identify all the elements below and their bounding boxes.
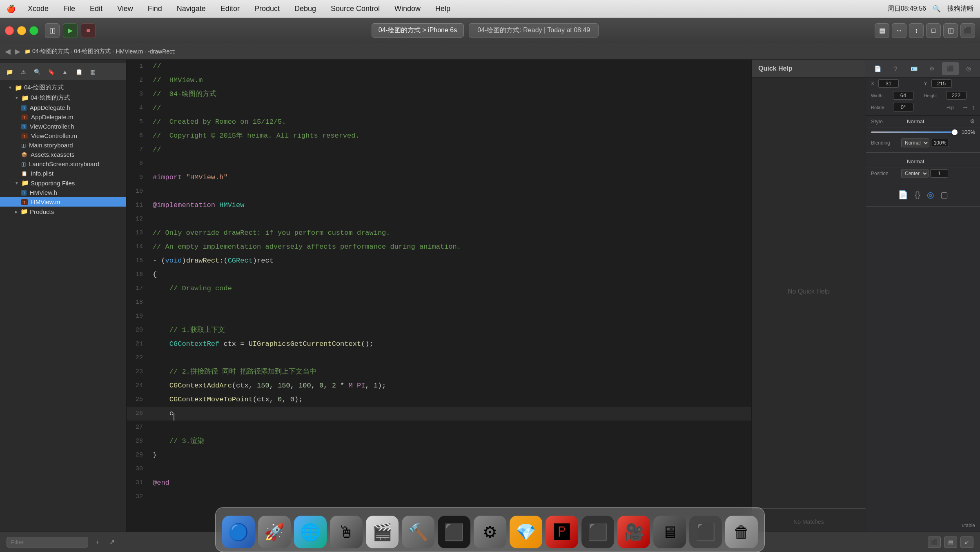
inspector-toggle[interactable]: ◫ (943, 23, 958, 38)
menu-find[interactable]: Find (145, 4, 165, 14)
inspector-connections-btn[interactable]: ◎ (960, 62, 977, 75)
tree-item-viewcontroller-h[interactable]: h ViewController.h (0, 122, 126, 131)
blending-opacity[interactable] (931, 139, 949, 147)
menu-view[interactable]: View (115, 4, 136, 14)
folder-icon[interactable]: 📁 (3, 66, 16, 78)
clipboard-icon[interactable]: 📋 (73, 66, 85, 78)
view-toggle-1[interactable]: ▤ (875, 23, 889, 38)
tree-item-subfolder[interactable]: ▼ 📁 04-绘图的方式 (0, 93, 126, 103)
breadcrumb-item-3[interactable]: -drawRect: (148, 48, 176, 55)
x-input[interactable] (878, 79, 899, 88)
menu-debug[interactable]: Debug (292, 4, 318, 14)
editor-mode-1[interactable]: ⬛ (928, 536, 941, 548)
tree-item-launch-storyboard[interactable]: ◫ LaunchScreen.storyboard (0, 159, 126, 169)
close-button[interactable] (5, 26, 14, 35)
zoom-button[interactable] (29, 26, 38, 35)
menu-help[interactable]: Help (433, 4, 453, 14)
add-file-button[interactable]: + (91, 536, 103, 548)
bookmark-icon[interactable]: 🔖 (45, 66, 57, 78)
dock-terminal[interactable]: ⬛ (438, 516, 470, 548)
view-toggle-2[interactable]: ↔ (892, 23, 906, 38)
code-editor[interactable]: 1 // 2 // HMView.m 3 // 04-绘图的方式 4 // 5 … (127, 60, 751, 532)
editor-mode-2[interactable]: ▤ (944, 536, 957, 548)
dock-safari[interactable]: 🌐 (294, 516, 327, 548)
dock-launchpad[interactable]: 🚀 (258, 516, 291, 548)
tree-item-products[interactable]: ▶ 📁 Products (0, 207, 126, 216)
dock-app8[interactable]: 🎥 (617, 516, 650, 548)
blending-select[interactable]: Normal (901, 138, 929, 147)
inspector-quick-help-btn[interactable]: ? (888, 62, 904, 75)
scheme-selector[interactable]: 04-绘图的方式 > iPhone 6s (372, 23, 464, 38)
dock-app7[interactable]: ⬛ (581, 516, 614, 548)
menu-file[interactable]: File (61, 4, 78, 14)
height-input[interactable] (946, 91, 967, 100)
stop-button[interactable]: ■ (81, 23, 96, 38)
tree-item-main-storyboard[interactable]: ◫ Main.storyboard (0, 140, 126, 150)
flip-h-btn[interactable]: ↔ (962, 104, 969, 111)
dock-sketch[interactable]: 💎 (510, 516, 542, 548)
menu-product[interactable]: Product (252, 4, 282, 14)
inspector-size-btn[interactable]: ⬛ (942, 62, 959, 75)
editor-collapse-btn[interactable]: ↙ (960, 536, 973, 548)
filter-input[interactable] (7, 537, 88, 548)
dock-sysprefs[interactable]: ⚙ (474, 516, 506, 548)
flip-v-btn[interactable]: ↕ (972, 104, 975, 111)
tree-item-supporting[interactable]: ▼ 📁 Supporting Files (0, 178, 126, 188)
code-icon-btn[interactable]: {} (915, 190, 920, 200)
add-icon-btn[interactable]: 📄 (898, 190, 908, 200)
breadcrumb-back[interactable]: ◀ (5, 47, 11, 56)
menu-xcode[interactable]: Xcode (25, 4, 51, 14)
menu-window[interactable]: Window (392, 4, 423, 14)
breadcrumb-item-0[interactable]: 04-绘图的方式 (32, 48, 69, 55)
dock-hammer[interactable]: 🔨 (402, 516, 434, 548)
position-select[interactable]: Center (901, 169, 929, 178)
search-icon[interactable]: 🔍 (31, 66, 43, 78)
utilities-toggle[interactable]: ⬛ (960, 23, 975, 38)
warning-icon[interactable]: ⚠ (17, 66, 29, 78)
run-button[interactable]: ▶ (63, 23, 78, 38)
opacity-thumb[interactable] (952, 129, 958, 135)
tree-item-root[interactable]: ▼ 📁 04-绘图的方式 (0, 82, 126, 93)
dock-mouse[interactable]: 🖱 (330, 516, 363, 548)
width-input[interactable] (893, 91, 913, 100)
breadcrumb-item-1[interactable]: 04-绘图的方式 (74, 48, 111, 55)
tree-item-hmview-m[interactable]: m HMView.m (0, 197, 126, 207)
dock-quicktime[interactable]: 🎬 (366, 516, 399, 548)
dock-app10[interactable]: ⬛ (689, 516, 722, 548)
tree-item-appdelegate-h[interactable]: h AppDelegate.h (0, 103, 126, 112)
apple-menu[interactable]: 🍎 (7, 4, 16, 13)
square-icon-btn[interactable]: ▢ (940, 190, 948, 200)
breadcrumb-item-2[interactable]: HMView.m (116, 48, 143, 55)
opacity-slider[interactable] (871, 131, 957, 133)
y-input[interactable] (931, 79, 952, 88)
tree-item-hmview-h[interactable]: h HMView.h (0, 188, 126, 197)
menu-source-control[interactable]: Source Control (328, 4, 382, 14)
minimize-button[interactable] (17, 26, 26, 35)
tree-item-appdelegate-m[interactable]: m AppDelegate.m (0, 112, 126, 122)
dock-app6[interactable]: 🅿 (546, 516, 578, 548)
inspector-file-btn[interactable]: 📄 (869, 62, 886, 75)
circle-icon-btn[interactable]: ◎ (927, 190, 934, 200)
inspector-attributes-btn[interactable]: ⚙ (924, 62, 941, 75)
tree-item-viewcontroller-m[interactable]: m ViewController.m (0, 131, 126, 140)
tree-item-assets[interactable]: 📦 Assets.xcassets (0, 150, 126, 159)
sidebar-toggle-button[interactable]: ◫ (45, 23, 60, 38)
thickness-input[interactable] (930, 169, 948, 178)
menu-edit[interactable]: Edit (87, 4, 105, 14)
menu-navigate[interactable]: Navigate (174, 4, 208, 14)
tree-item-infoplist[interactable]: 📋 Info.plist (0, 169, 126, 178)
view-toggle-3[interactable]: ↕ (909, 23, 924, 38)
inspector-identity-btn[interactable]: 🪪 (906, 62, 922, 75)
menu-editor[interactable]: Editor (218, 4, 242, 14)
grid-icon[interactable]: ▦ (87, 66, 99, 78)
share-button[interactable]: ↗ (106, 536, 118, 548)
organizer-button[interactable]: □ (926, 23, 941, 38)
rotate-input[interactable] (893, 103, 913, 111)
gear-icon-1[interactable]: ⚙ (970, 118, 975, 125)
menu-search[interactable]: 🔍 (933, 5, 941, 13)
breadcrumb-forward[interactable]: ▶ (15, 47, 20, 56)
dock-finder[interactable]: 🔵 (222, 516, 255, 548)
up-icon[interactable]: ▲ (59, 66, 71, 78)
dock-app9[interactable]: 🖥 (653, 516, 686, 548)
dock-trash[interactable]: 🗑 (725, 516, 758, 548)
